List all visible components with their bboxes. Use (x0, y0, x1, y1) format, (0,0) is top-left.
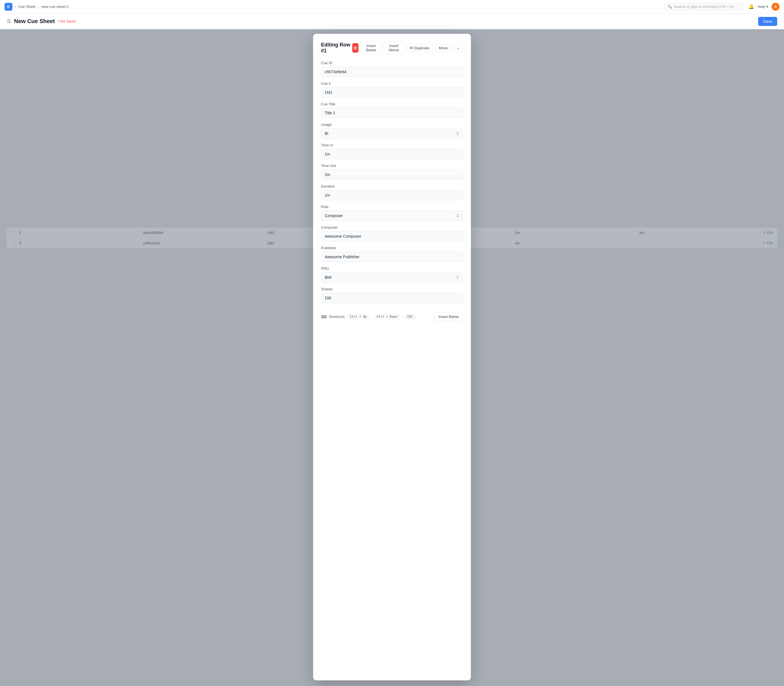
menu-icon[interactable]: ☰ (7, 19, 11, 24)
shares-input[interactable] (321, 293, 463, 303)
modal-insert-below-button[interactable]: Insert Below (434, 312, 463, 321)
chevron-down-icon: ⌄ (457, 46, 460, 50)
shortcuts-bar: ⌨ Shortcuts: Ctrl + Up , Ctrl + Down , E… (321, 307, 463, 321)
avatar[interactable]: A (772, 3, 779, 11)
cue-title-label: Cue Title (321, 102, 463, 106)
cue-title-input[interactable] (321, 108, 463, 118)
insert-above-button[interactable]: Insert Above (383, 42, 404, 54)
cue-id-input[interactable] (321, 67, 463, 77)
role-select[interactable]: Composer Lyricist Publisher (321, 211, 463, 221)
role-field: Role Composer Lyricist Publisher (321, 205, 463, 221)
shortcut-key-esc: ESC (405, 314, 415, 319)
composer-input[interactable] (321, 231, 463, 241)
composer-label: Composer (321, 225, 463, 230)
duplicate-icon: ⧉ (410, 46, 412, 50)
nav-right: 🔔 Help ▾ A (748, 3, 779, 11)
move-button[interactable]: Move (435, 44, 452, 52)
cue-id-label: Cue ID (321, 61, 463, 65)
publisher-input[interactable] (321, 252, 463, 262)
page-header: ☰ New Cue Sheet • Not Saved Save (0, 13, 784, 29)
usage-label: Usage (321, 122, 463, 127)
help-button[interactable]: Help ▾ (758, 5, 768, 9)
cue-id-field: Cue ID (321, 61, 463, 77)
cue-num-label: Cue # (321, 82, 463, 86)
edit-row-modal: Editing Row #1 🗑 Insert Below Insert Abo… (313, 34, 471, 680)
cue-title-field: Cue Title (321, 102, 463, 118)
usage-select[interactable]: BI BV ET MT VT (321, 128, 463, 139)
time-out-field: Time Out (321, 163, 463, 180)
composer-field: Composer (321, 225, 463, 241)
shortcut-key-down: Ctrl + Down (375, 314, 399, 319)
publisher-label: Publisher (321, 246, 463, 250)
time-in-field: Time In (321, 143, 463, 159)
dot-icon: • (57, 20, 59, 23)
time-in-input[interactable] (321, 149, 463, 159)
insert-below-button[interactable]: Insert Below (361, 42, 381, 54)
shortcut-sep-2: , (402, 315, 403, 319)
time-out-label: Time Out (321, 163, 463, 168)
modal-title: Editing Row #1 (321, 42, 352, 54)
publisher-field: Publisher (321, 246, 463, 262)
shortcut-sep-1: , (371, 315, 372, 319)
cue-num-input[interactable] (321, 87, 463, 98)
keyboard-icon: ⌨ (321, 315, 327, 319)
shares-label: Shares (321, 287, 463, 291)
usage-field: Usage BI BV ET MT VT (321, 122, 463, 139)
cue-num-field: Cue # (321, 82, 463, 98)
not-saved-badge: • Not Saved (57, 20, 75, 23)
duration-label: Duration (321, 184, 463, 188)
pro-field: PRO BMI ASCAP SESAC (321, 266, 463, 283)
breadcrumb-sep-2: › (38, 5, 39, 9)
modal-actions: 🗑 Insert Below Insert Above ⧉ Duplicate … (352, 42, 463, 54)
pro-select[interactable]: BMI ASCAP SESAC (321, 272, 463, 283)
trash-icon: 🗑 (354, 46, 357, 50)
delete-button[interactable]: 🗑 (352, 43, 358, 53)
shares-field: Shares (321, 287, 463, 303)
duration-field: Duration (321, 184, 463, 200)
modal-header: Editing Row #1 🗑 Insert Below Insert Abo… (321, 42, 463, 54)
search-icon: 🔍 (668, 5, 672, 9)
more-options-button[interactable]: ⌄ (454, 44, 463, 52)
page-title: New Cue Sheet (14, 18, 55, 24)
help-chevron-icon: ▾ (766, 5, 768, 9)
notifications-icon[interactable]: 🔔 (748, 4, 754, 9)
breadcrumb-new-cue-sheet: new-cue-sheet-1 (41, 5, 69, 9)
breadcrumb-cue-sheet[interactable]: Cue Sheet (18, 5, 36, 9)
shortcuts-left: ⌨ Shortcuts: Ctrl + Up , Ctrl + Down , E… (321, 314, 415, 319)
save-button[interactable]: Save (758, 17, 777, 26)
search-bar[interactable]: 🔍 Search or type a command (Ctrl + G) (664, 3, 743, 10)
duration-input[interactable] (321, 190, 463, 200)
shortcut-key-up: Ctrl + Up (348, 314, 369, 319)
pro-label: PRO (321, 266, 463, 271)
app-logo: E (5, 3, 12, 11)
role-label: Role (321, 205, 463, 209)
modal-overlay: Editing Row #1 🗑 Insert Below Insert Abo… (0, 29, 784, 686)
duplicate-button[interactable]: ⧉ Duplicate (406, 44, 433, 52)
breadcrumb-sep-1: › (15, 5, 16, 9)
time-in-label: Time In (321, 143, 463, 147)
top-nav: E › Cue Sheet › new-cue-sheet-1 🔍 Search… (0, 0, 784, 13)
time-out-input[interactable] (321, 170, 463, 180)
